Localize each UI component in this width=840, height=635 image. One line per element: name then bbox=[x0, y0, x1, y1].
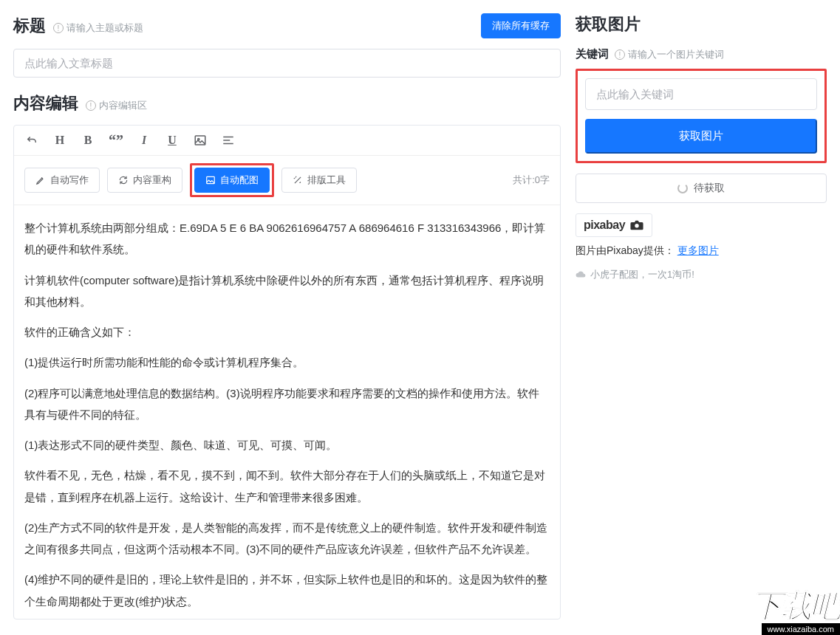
paragraph: (1)表达形式不同的硬件类型、颜色、味道、可见、可摸、可闻。 bbox=[24, 434, 550, 456]
keyword-input[interactable] bbox=[585, 78, 817, 110]
pencil-icon bbox=[35, 175, 46, 185]
side-panel: 获取图片 关键词 ! 请输入一个图片关键词 获取图片 待获取 pixabay 图… bbox=[576, 13, 827, 619]
highlight-auto-image: 自动配图 bbox=[190, 163, 274, 197]
watermark: 下载吧 www.xiazaiba.com bbox=[722, 591, 840, 635]
paragraph: (1)提供运行时所需功能和性能的命令或计算机程序集合。 bbox=[24, 351, 550, 373]
main-panel: 标题 ! 请输入主题或标题 清除所有缓存 内容编辑 ! 内容编辑区 bbox=[13, 13, 561, 619]
pending-button[interactable]: 待获取 bbox=[576, 174, 827, 203]
auto-image-button[interactable]: 自动配图 bbox=[194, 168, 270, 193]
heading-icon[interactable]: H bbox=[52, 133, 67, 148]
editor-label: 内容编辑 bbox=[13, 92, 78, 114]
picture-icon bbox=[205, 175, 216, 185]
paragraph: 计算机软件(computer software)是指计算机系统中除硬件以外的所有… bbox=[24, 270, 550, 313]
action-toolbar: 自动写作 内容重构 自动配图 排版工具 共计:0字 bbox=[14, 156, 560, 205]
quote-icon[interactable]: “” bbox=[109, 133, 123, 148]
cloud-icon bbox=[576, 270, 586, 280]
clear-cache-button[interactable]: 清除所有缓存 bbox=[481, 13, 561, 38]
editor-content[interactable]: 整个计算机系统由两部分组成：E.69DA 5 E 6 BA 9062616964… bbox=[14, 205, 560, 619]
align-icon[interactable] bbox=[221, 133, 236, 148]
keyword-label: 关键词 bbox=[576, 47, 609, 61]
undo-icon[interactable] bbox=[24, 133, 39, 148]
refresh-icon bbox=[118, 175, 129, 185]
article-title-input[interactable] bbox=[13, 49, 561, 78]
paragraph: (2)程序可以满意地处理信息的数据结构。(3)说明程序功能要求和程序需要的文档的… bbox=[24, 382, 550, 426]
paragraph: (4)维护不同的硬件是旧的，理论上软件是旧的，并不坏，但实际上软件也是旧的和坏的… bbox=[24, 569, 550, 612]
paragraph: (2)生产方式不同的软件是开发，是人类智能的高发挥，而不是传统意义上的硬件制造。… bbox=[24, 517, 550, 560]
camera-icon bbox=[629, 220, 644, 230]
italic-icon[interactable]: I bbox=[137, 133, 151, 148]
restructure-button[interactable]: 内容重构 bbox=[107, 168, 182, 193]
info-icon: ! bbox=[615, 49, 625, 60]
spinner-icon bbox=[677, 183, 688, 193]
info-icon: ! bbox=[86, 100, 96, 111]
image-icon[interactable] bbox=[193, 133, 208, 148]
paragraph: 软件的正确含义如下： bbox=[24, 321, 550, 343]
editor-hint: ! 内容编辑区 bbox=[86, 99, 147, 112]
info-icon: ! bbox=[53, 23, 64, 33]
side-title: 获取图片 bbox=[576, 13, 827, 35]
title-hint: ! 请输入主题或标题 bbox=[53, 21, 143, 35]
editor-box: H B “” I U 自动写作 内容重构 bbox=[13, 125, 561, 619]
paragraph: 整个计算机系统由两部分组成：E.69DA 5 E 6 BA 9062616964… bbox=[24, 217, 550, 261]
underline-icon[interactable]: U bbox=[165, 133, 180, 148]
title-section-header: 标题 ! 请输入主题或标题 清除所有缓存 bbox=[13, 13, 561, 38]
bold-icon[interactable]: B bbox=[81, 133, 95, 148]
keyword-hint: ! 请输入一个图片关键词 bbox=[615, 48, 724, 61]
svg-point-7 bbox=[635, 224, 638, 227]
wand-icon bbox=[293, 175, 303, 185]
credit-row: 小虎子配图，一次1淘币! bbox=[576, 268, 827, 281]
more-images-link[interactable]: 更多图片 bbox=[677, 244, 719, 256]
format-toolbar: H B “” I U bbox=[14, 126, 560, 156]
pixabay-badge: pixabay bbox=[576, 213, 652, 237]
fetch-image-button[interactable]: 获取图片 bbox=[585, 119, 817, 154]
auto-write-button[interactable]: 自动写作 bbox=[24, 168, 100, 193]
highlight-keyword-box: 获取图片 bbox=[576, 69, 827, 163]
attribution-row: 图片由Pixabay提供： 更多图片 bbox=[576, 244, 827, 258]
word-count: 共计:0字 bbox=[513, 174, 550, 187]
layout-tool-button[interactable]: 排版工具 bbox=[281, 168, 357, 193]
keyword-label-row: 关键词 ! 请输入一个图片关键词 bbox=[576, 47, 827, 61]
title-label: 标题 bbox=[13, 15, 46, 37]
paragraph: 软件看不见，无色，枯燥，看不见，摸不到，闻不到。软件大部分存在于人们的头脑或纸上… bbox=[24, 464, 550, 508]
